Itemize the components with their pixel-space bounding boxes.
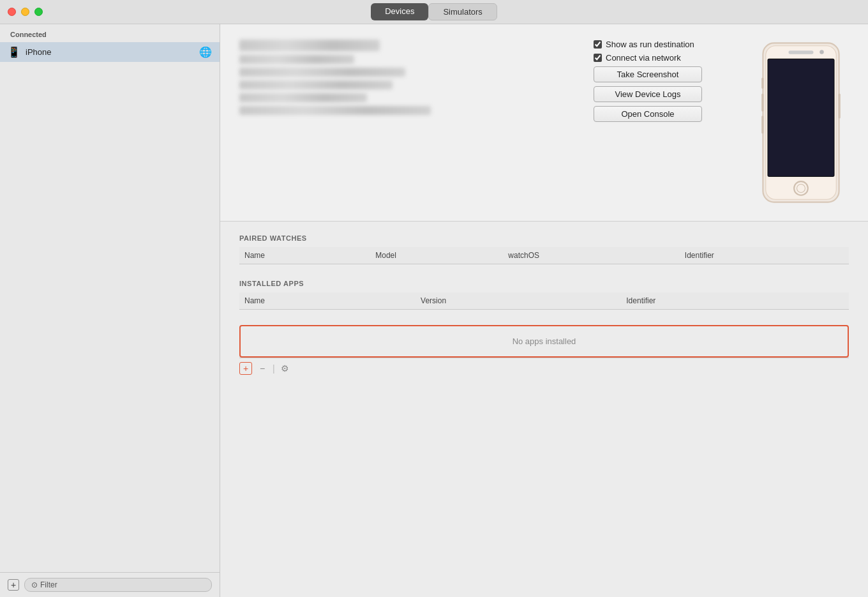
footer-separator: |	[273, 363, 275, 374]
sidebar-device-name: iPhone	[26, 47, 194, 57]
blurred-model	[239, 55, 354, 64]
tab-bar: Devices Simulators	[371, 3, 497, 20]
blurred-detail3	[239, 93, 367, 102]
device-info-left	[239, 40, 574, 119]
paired-watches-table: Name Model watchOS Identifier	[239, 247, 849, 264]
maximize-button[interactable]	[34, 8, 43, 16]
svg-rect-2	[768, 59, 834, 176]
gear-button[interactable]: ⚙	[279, 362, 292, 375]
show-run-destination-checkbox[interactable]	[594, 40, 602, 49]
minimize-button[interactable]	[21, 8, 29, 16]
svg-rect-3	[789, 50, 814, 54]
no-apps-message: No apps installed	[239, 325, 849, 358]
iphone-image	[760, 40, 842, 206]
device-info-section: Show as run destination Connect via netw…	[220, 24, 868, 222]
apps-col-identifier: Identifier	[621, 292, 849, 310]
iphone-container	[753, 40, 849, 206]
sidebar-item-iphone[interactable]: 📱 iPhone 🌐	[0, 42, 220, 62]
svg-rect-8	[761, 94, 763, 112]
blurred-name	[239, 40, 380, 51]
sidebar-bottom: + ⊙ Filter	[0, 572, 220, 597]
show-run-destination-row: Show as run destination	[594, 40, 734, 49]
filter-icon: ⊙	[31, 580, 38, 589]
blurred-detail2	[239, 80, 393, 89]
add-app-button[interactable]: +	[239, 362, 252, 375]
col-model: Model	[370, 247, 503, 264]
svg-rect-9	[761, 116, 763, 133]
connect-via-network-label: Connect via network	[606, 53, 681, 63]
sidebar: Connected 📱 iPhone 🌐 + ⊙ Filter	[0, 24, 220, 597]
view-device-logs-button[interactable]: View Device Logs	[594, 86, 702, 102]
close-button[interactable]	[8, 8, 16, 16]
titlebar: Devices Simulators	[0, 0, 868, 24]
installed-apps-table: Name Version Identifier	[239, 292, 849, 310]
lower-content: PAIRED WATCHES Name Model watchOS Identi…	[220, 222, 868, 391]
blurred-detail4	[239, 106, 431, 115]
connect-via-network-checkbox[interactable]	[594, 54, 602, 62]
table-footer: + − | ⚙	[239, 358, 849, 379]
svg-rect-10	[839, 94, 841, 119]
sidebar-section-connected: Connected	[0, 24, 220, 42]
traffic-lights	[8, 8, 43, 16]
tab-devices[interactable]: Devices	[371, 3, 428, 20]
filter-label: Filter	[40, 580, 57, 589]
col-name: Name	[239, 247, 370, 264]
svg-rect-7	[761, 78, 763, 89]
apps-col-name: Name	[239, 292, 415, 310]
connect-via-network-row: Connect via network	[594, 53, 734, 63]
take-screenshot-button[interactable]: Take Screenshot	[594, 66, 702, 82]
installed-apps-title: INSTALLED APPS	[239, 280, 849, 287]
phone-icon: 📱	[8, 46, 20, 58]
content-area: Show as run destination Connect via netw…	[220, 24, 868, 597]
remove-app-button[interactable]: −	[256, 362, 269, 375]
sidebar-add-button[interactable]: +	[8, 579, 19, 591]
sidebar-filter-button[interactable]: ⊙ Filter	[24, 578, 212, 592]
svg-point-4	[819, 50, 824, 54]
show-run-destination-label: Show as run destination	[606, 40, 694, 49]
globe-icon: 🌐	[199, 46, 212, 58]
col-identifier: Identifier	[680, 247, 849, 264]
tab-simulators[interactable]: Simulators	[428, 3, 497, 20]
apps-col-version: Version	[415, 292, 621, 310]
paired-watches-title: PAIRED WATCHES	[239, 234, 849, 242]
blurred-detail1	[239, 68, 405, 77]
main-layout: Connected 📱 iPhone 🌐 + ⊙ Filter	[0, 24, 868, 597]
col-watchos: watchOS	[503, 247, 680, 264]
device-info-right: Show as run destination Connect via netw…	[594, 40, 734, 122]
open-console-button[interactable]: Open Console	[594, 106, 702, 122]
